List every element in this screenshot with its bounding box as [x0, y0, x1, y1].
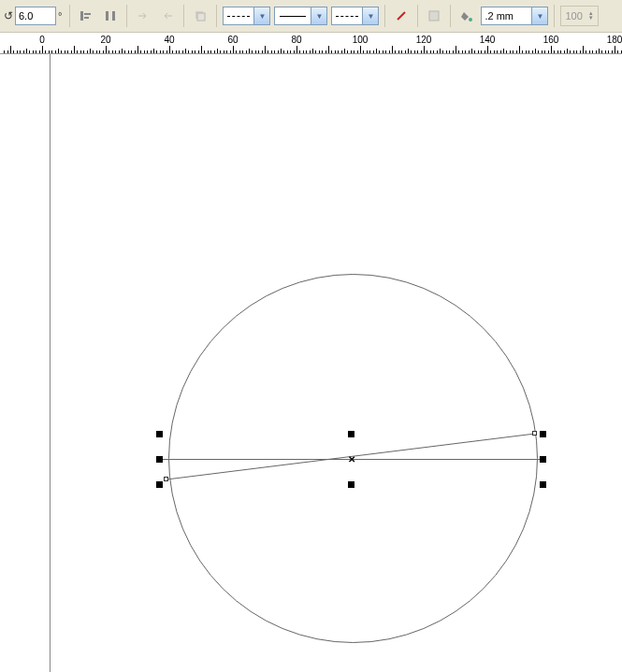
spinner-icon: ▲▼	[588, 11, 594, 21]
selection-handle[interactable]	[540, 481, 546, 488]
separator	[554, 5, 555, 27]
selection-handle[interactable]	[348, 481, 354, 488]
horizontal-ruler[interactable]: 020406080100120140160180	[0, 33, 622, 54]
separator	[69, 5, 70, 27]
selection-handle[interactable]	[156, 431, 163, 437]
selection-handle[interactable]	[156, 481, 163, 488]
ruler-label: 100	[353, 35, 369, 45]
selection-handle[interactable]	[540, 456, 546, 463]
degree-label: °	[58, 10, 62, 21]
page-edge	[50, 54, 51, 672]
selection-handle[interactable]	[348, 431, 354, 437]
line-style-dropdown[interactable]: ▼	[274, 7, 327, 25]
toolbar: ↺ ° ▼ ▼ ▼ .2 mm	[0, 0, 622, 33]
line-endpoint-node[interactable]	[532, 431, 537, 436]
selection-center-marker: ✕	[348, 454, 355, 465]
rotate-icon: ↺	[4, 9, 13, 22]
svg-rect-7	[429, 11, 439, 21]
ruler-label: 0	[39, 35, 45, 45]
chevron-down-icon: ▼	[311, 7, 326, 24]
align-left-icon[interactable]	[76, 6, 96, 26]
svg-point-8	[469, 18, 472, 21]
svg-rect-3	[106, 11, 108, 21]
svg-rect-1	[84, 13, 91, 15]
chevron-down-icon: ▼	[362, 7, 378, 24]
separator	[183, 5, 184, 27]
enter-group-icon[interactable]	[133, 6, 153, 26]
ruler-label: 60	[227, 35, 238, 45]
line-endpoint-node[interactable]	[164, 477, 168, 481]
effects-icon[interactable]	[190, 6, 210, 26]
separator	[417, 5, 418, 27]
ruler-label: 120	[416, 35, 432, 45]
exit-group-icon[interactable]	[157, 6, 178, 26]
fill-icon[interactable]	[424, 6, 444, 26]
opacity-value: 100	[565, 10, 582, 21]
paint-bucket-icon	[456, 6, 477, 26]
ruler-label: 160	[543, 35, 559, 45]
line-width-dropdown[interactable]: .2 mm ▼	[481, 7, 548, 25]
svg-rect-0	[80, 11, 83, 21]
ruler-label: 180	[607, 35, 622, 45]
selection-handle[interactable]	[540, 431, 546, 437]
selection-handle[interactable]	[156, 456, 163, 463]
rotate-input[interactable]	[15, 7, 56, 25]
ruler-label: 40	[164, 35, 174, 45]
separator	[384, 5, 385, 27]
opacity-control[interactable]: 100 ▲▼	[560, 6, 598, 26]
line-width-value: .2 mm	[482, 7, 531, 24]
rotate-control: ↺ °	[4, 7, 62, 25]
svg-rect-6	[197, 13, 205, 21]
align-distribute-icon[interactable]	[100, 6, 121, 26]
chevron-down-icon: ▼	[531, 7, 547, 24]
svg-rect-2	[84, 17, 89, 19]
canvas[interactable]: 020406080100120140160180 ✕	[0, 33, 622, 672]
ruler-label: 140	[480, 35, 496, 45]
separator	[450, 5, 451, 27]
separator	[216, 5, 217, 27]
chevron-down-icon: ▼	[253, 7, 269, 24]
line-color-icon[interactable]	[391, 6, 412, 26]
svg-rect-4	[112, 11, 115, 21]
ruler-label: 80	[291, 35, 301, 45]
arrow-start-dropdown[interactable]: ▼	[223, 7, 270, 25]
ruler-label: 20	[100, 35, 110, 45]
arrow-end-dropdown[interactable]: ▼	[331, 7, 379, 25]
separator	[126, 5, 127, 27]
